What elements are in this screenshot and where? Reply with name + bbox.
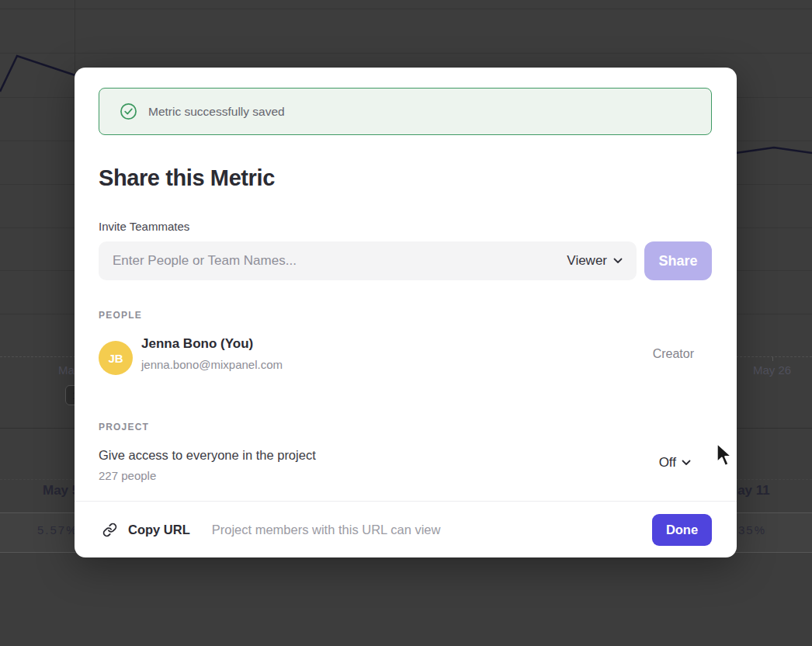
person-email: jenna.bono@mixpanel.com	[141, 358, 283, 371]
x-axis-label-right: May 26	[753, 363, 791, 377]
toast-message: Metric successfully saved	[148, 105, 285, 119]
invite-input-row: Viewer Share	[99, 241, 712, 280]
project-section-label: PROJECT	[99, 422, 149, 432]
project-access-value: Off	[659, 455, 676, 471]
done-button[interactable]: Done	[652, 514, 712, 546]
invite-teammates-label: Invite Teammates	[99, 220, 189, 233]
table-value-right: 35%	[738, 523, 766, 537]
share-metric-modal: Metric successfully saved Share this Met…	[75, 68, 737, 557]
project-access-row: Give access to everyone in the project 2…	[99, 448, 712, 491]
project-access-title: Give access to everyone in the project	[99, 448, 316, 463]
role-dropdown-value: Viewer	[567, 253, 607, 269]
invite-people-input[interactable]	[111, 252, 565, 269]
check-circle-icon	[120, 102, 137, 120]
copy-url-button[interactable]: Copy URL	[102, 523, 190, 537]
success-toast: Metric successfully saved	[99, 88, 712, 135]
chevron-down-icon	[613, 258, 623, 264]
people-section-label: PEOPLE	[99, 310, 142, 321]
modal-title: Share this Metric	[99, 165, 275, 191]
person-name: Jenna Bono (You)	[141, 336, 253, 352]
share-button[interactable]: Share	[644, 241, 712, 280]
role-dropdown[interactable]: Viewer	[565, 250, 624, 272]
invite-input-container: Viewer	[99, 241, 637, 280]
table-value-left: 5.57%	[37, 523, 78, 537]
copy-url-label: Copy URL	[128, 523, 190, 537]
project-people-count: 227 people	[99, 469, 156, 482]
share-url-hint: Project members with this URL can view	[212, 523, 441, 537]
line-series-right	[736, 148, 812, 153]
person-row: JB Jenna Bono (You) jenna.bono@mixpanel.…	[99, 336, 712, 381]
link-icon	[102, 523, 117, 537]
avatar: JB	[99, 341, 133, 375]
modal-footer: Copy URL Project members with this URL c…	[75, 501, 737, 557]
chevron-down-icon	[682, 460, 691, 466]
project-access-dropdown[interactable]: Off	[659, 455, 691, 471]
person-role: Creator	[653, 347, 694, 361]
